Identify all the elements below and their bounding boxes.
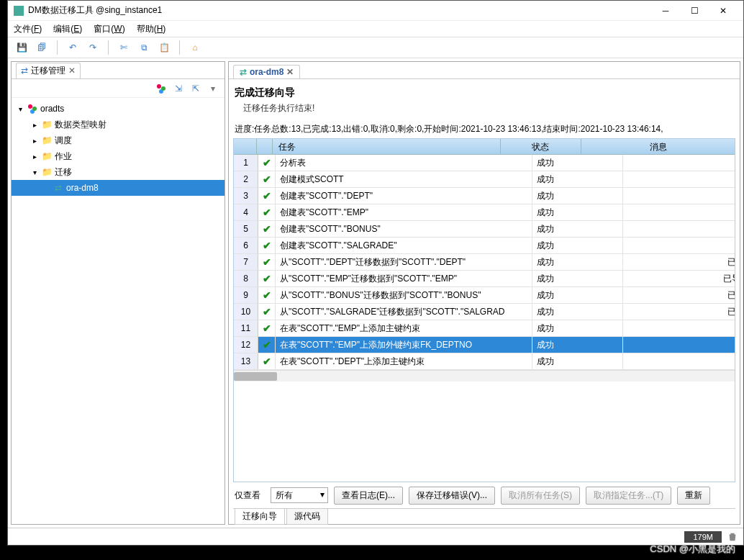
cut-icon[interactable]: ✄ xyxy=(116,40,132,55)
app-icon xyxy=(14,6,24,16)
table-row[interactable]: 4✔创建表"SCOTT"."EMP"成功 xyxy=(234,204,735,221)
row-number: 12 xyxy=(234,337,258,353)
check-icon: ✔ xyxy=(258,238,276,253)
cell-message: 已导出4,已导入4 xyxy=(623,254,735,270)
table-row[interactable]: 9✔从"SCOTT"."BONUS"迁移数据到"SCOTT"."BONUS"成功… xyxy=(234,287,735,304)
menu-edit[interactable]: 编辑(E) xyxy=(53,23,82,35)
tree-node-typemap[interactable]: ▸ 📁 数据类型映射 xyxy=(12,117,224,132)
viewonly-label: 仅查看 xyxy=(235,489,265,502)
row-number: 3 xyxy=(234,188,258,204)
table-row[interactable]: 2✔创建模式SCOTT成功 xyxy=(234,171,735,188)
migration-manager-tab-label: 迁移管理 xyxy=(31,65,65,77)
cell-status: 成功 xyxy=(532,204,623,220)
cell-task: 创建模式SCOTT xyxy=(276,171,532,187)
cell-task: 创建表"SCOTT"."BONUS" xyxy=(276,221,532,237)
save-errors-button[interactable]: 保存迁移错误(V)... xyxy=(409,487,495,505)
tree-node-job[interactable]: ▸ 📁 作业 xyxy=(12,148,224,164)
statusbar: 179M xyxy=(8,528,743,545)
filter-select[interactable]: 所有 xyxy=(271,487,328,503)
close-tab-icon[interactable]: ✕ xyxy=(68,66,76,76)
wizard-title: 完成迁移向导 xyxy=(233,83,735,102)
cell-message xyxy=(623,171,735,187)
import-icon[interactable]: ⇲ xyxy=(173,83,184,94)
undo-icon[interactable]: ↶ xyxy=(65,40,81,55)
table-row[interactable]: 6✔创建表"SCOTT"."SALGRADE"成功 xyxy=(234,238,735,254)
redo-icon[interactable]: ↷ xyxy=(85,40,101,55)
tree-node-schedule[interactable]: ▸ 📁 调度 xyxy=(12,132,224,148)
cell-task: 创建表"SCOTT"."SALGRADE" xyxy=(276,238,532,253)
menu-window[interactable]: 窗口(W) xyxy=(94,23,124,35)
export-icon[interactable]: ⇱ xyxy=(190,83,201,94)
table-row[interactable]: 13✔在表"SCOTT"."DEPT"上添加主键约束成功 xyxy=(234,353,735,370)
trash-icon[interactable] xyxy=(727,532,738,542)
migration-tree: ▾ oradts ▸ 📁 数据类型映射 ▸ 📁 调度 ▸ 📁 作 xyxy=(12,98,224,524)
maximize-button[interactable]: ☐ xyxy=(680,1,709,21)
restart-button[interactable]: 重新 xyxy=(677,487,710,505)
table-row[interactable]: 5✔创建表"SCOTT"."BONUS"成功 xyxy=(234,221,735,238)
cell-status: 成功 xyxy=(532,171,623,187)
tree-node-ora-dm8[interactable]: ⇄ ora-dm8 xyxy=(12,180,224,196)
tree-node-migrate[interactable]: ▾ 📁 迁移 xyxy=(12,164,224,180)
col-task[interactable]: 任务 xyxy=(273,139,500,154)
table-row[interactable]: 12✔在表"SCOTT"."EMP"上添加外键约束FK_DEPTNO成功 xyxy=(234,337,735,353)
cell-message xyxy=(623,353,735,369)
migration-manager-panel: ⇄ 迁移管理 ✕ ⇲ ⇱ ▾ ▾ oradts ▸ 📁 xyxy=(11,61,225,525)
tree-node-oradts[interactable]: ▾ oradts xyxy=(12,101,224,117)
cell-message xyxy=(623,320,735,336)
paste-icon[interactable]: 📋 xyxy=(156,40,172,55)
scrollbar-thumb[interactable] xyxy=(234,372,277,381)
view-log-button[interactable]: 查看日志(E)... xyxy=(334,487,403,505)
row-number: 1 xyxy=(234,155,258,171)
cell-message xyxy=(623,204,735,220)
folder-icon: 📁 xyxy=(42,119,52,130)
home-icon[interactable]: ⌂ xyxy=(187,40,203,55)
folder-icon: 📁 xyxy=(42,167,52,177)
check-icon: ✔ xyxy=(258,271,276,286)
link-icon: ⇄ xyxy=(21,66,28,76)
col-status[interactable]: 状态 xyxy=(501,139,582,154)
editor-tab-ora-dm8[interactable]: ⇄ ora-dm8 ✕ xyxy=(233,65,300,78)
row-number: 13 xyxy=(234,353,258,369)
close-button[interactable]: ✕ xyxy=(709,1,738,21)
cell-task: 创建表"SCOTT"."EMP" xyxy=(276,204,532,220)
progress-text: 进度:任务总数:13,已完成:13,出错:0,取消:0,剩余:0,开始时间:20… xyxy=(233,120,735,138)
task-table: 任务 状态 消息 1✔分析表成功2✔创建模式SCOTT成功3✔创建表"SCOTT… xyxy=(233,138,735,482)
table-row[interactable]: 7✔从"SCOTT"."DEPT"迁移数据到"SCOTT"."DEPT"成功已导… xyxy=(234,254,735,271)
menu-chevron-icon[interactable]: ▾ xyxy=(207,83,219,94)
table-row[interactable]: 3✔创建表"SCOTT"."DEPT"成功 xyxy=(234,188,735,204)
cancel-all-button: 取消所有任务(S) xyxy=(501,487,580,505)
col-message[interactable]: 消息 xyxy=(581,139,735,154)
cell-status: 成功 xyxy=(532,353,623,369)
table-row[interactable]: 1✔分析表成功 xyxy=(234,155,735,171)
migration-manager-tab[interactable]: ⇄ 迁移管理 ✕ xyxy=(16,63,81,78)
row-number: 10 xyxy=(234,304,258,320)
cell-status: 成功 xyxy=(532,254,623,270)
tab-wizard[interactable]: 迁移向导 xyxy=(235,509,285,525)
close-tab-icon[interactable]: ✕ xyxy=(286,67,294,77)
cell-message: 已导出5,已导入5 xyxy=(623,304,735,320)
table-row[interactable]: 11✔在表"SCOTT"."EMP"上添加主键约束成功 xyxy=(234,320,735,337)
row-number: 8 xyxy=(234,271,258,286)
check-icon: ✔ xyxy=(258,204,276,220)
check-icon: ✔ xyxy=(258,221,276,237)
copy-icon[interactable]: ⧉ xyxy=(136,40,152,55)
horizontal-scrollbar[interactable] xyxy=(234,370,735,381)
table-row[interactable]: 10✔从"SCOTT"."SALGRADE"迁移数据到"SCOTT"."SALG… xyxy=(234,304,735,320)
project-icon[interactable] xyxy=(155,83,167,94)
tab-source[interactable]: 源代码 xyxy=(286,509,328,525)
minimize-button[interactable]: ─ xyxy=(651,1,680,21)
cell-task: 分析表 xyxy=(276,155,532,171)
saveall-icon[interactable]: 🗐 xyxy=(34,40,50,55)
menu-help[interactable]: 帮助(H) xyxy=(137,23,166,35)
table-row[interactable]: 8✔从"SCOTT"."EMP"迁移数据到"SCOTT"."EMP"成功已导出1… xyxy=(234,271,735,287)
migration-item-icon: ⇄ xyxy=(240,67,247,77)
col-check xyxy=(257,139,273,154)
row-number: 4 xyxy=(234,204,258,220)
save-icon[interactable]: 💾 xyxy=(14,40,30,55)
cell-message xyxy=(623,337,735,353)
cell-status: 成功 xyxy=(532,271,623,286)
bottom-tabs: 迁移向导 源代码 xyxy=(233,508,735,524)
window-title: DM数据迁移工具 @sing_instance1 xyxy=(28,4,651,17)
menu-file[interactable]: 文件(F) xyxy=(14,23,42,35)
check-icon: ✔ xyxy=(258,337,276,353)
